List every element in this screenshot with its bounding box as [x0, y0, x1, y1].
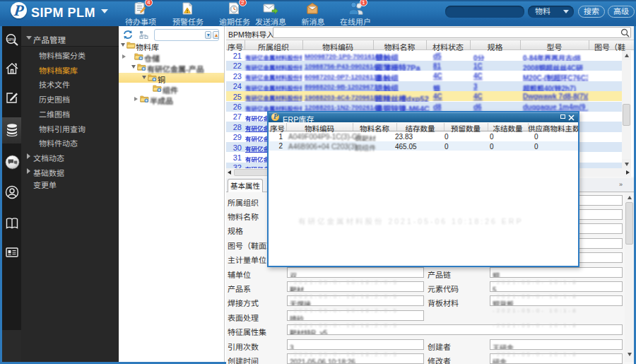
svg-text:SIPM: SIPM [6, 37, 15, 42]
